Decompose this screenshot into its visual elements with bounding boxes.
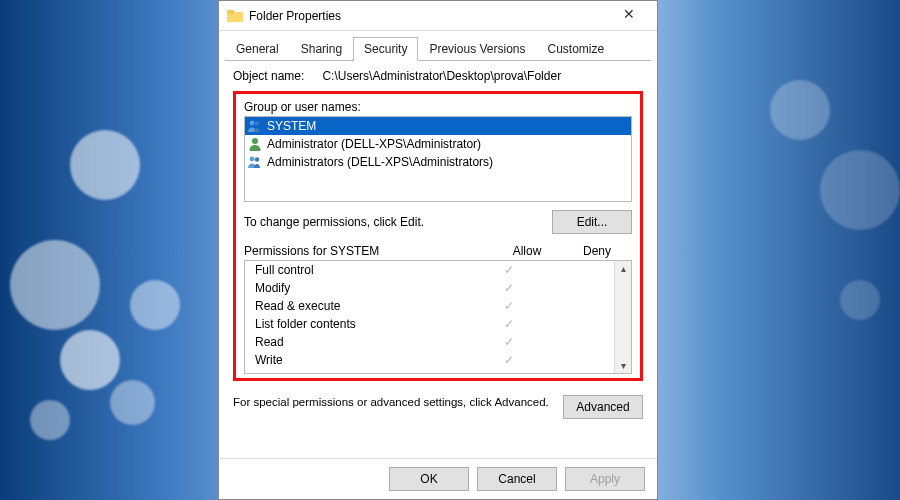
allow-check-icon: ✓: [474, 281, 544, 295]
scrollbar[interactable]: ▴ ▾: [614, 261, 631, 373]
permission-row[interactable]: Modify✓: [245, 279, 614, 297]
group-list-item[interactable]: SYSTEM: [245, 117, 631, 135]
group-list-item[interactable]: Administrator (DELL-XPS\Administrator): [245, 135, 631, 153]
allow-check-icon: ✓: [474, 299, 544, 313]
svg-point-4: [255, 157, 259, 161]
scroll-up-icon[interactable]: ▴: [621, 261, 626, 276]
ok-button[interactable]: OK: [389, 467, 469, 491]
object-name-row: Object name: C:\Users\Administrator\Desk…: [233, 69, 643, 83]
permission-row[interactable]: Full control✓: [245, 261, 614, 279]
deny-header: Deny: [562, 244, 632, 258]
permission-row[interactable]: Read & execute✓: [245, 297, 614, 315]
advanced-button[interactable]: Advanced: [563, 395, 643, 419]
apply-button[interactable]: Apply: [565, 467, 645, 491]
properties-dialog: Folder Properties ✕ General Sharing Secu…: [218, 0, 658, 500]
allow-check-icon: ✓: [474, 335, 544, 349]
edit-hint: To change permissions, click Edit.: [244, 215, 424, 229]
svg-point-0: [250, 121, 255, 126]
object-name-value: C:\Users\Administrator\Desktop\prova\Fol…: [322, 69, 561, 83]
allow-header: Allow: [492, 244, 562, 258]
cancel-button[interactable]: Cancel: [477, 467, 557, 491]
group-list-item-label: Administrator (DELL-XPS\Administrator): [267, 137, 481, 151]
permissions-listbox[interactable]: Full control✓Modify✓Read & execute✓List …: [244, 260, 632, 374]
groups-listbox[interactable]: SYSTEMAdministrator (DELL-XPS\Administra…: [244, 116, 632, 202]
groups-label: Group or user names:: [244, 100, 632, 114]
permission-name: Read & execute: [245, 299, 474, 313]
tab-security[interactable]: Security: [353, 37, 418, 61]
group-list-item-label: SYSTEM: [267, 119, 316, 133]
user-icon: [247, 136, 263, 152]
allow-check-icon: ✓: [474, 353, 544, 367]
titlebar[interactable]: Folder Properties ✕: [219, 1, 657, 31]
group-icon: [247, 154, 263, 170]
permission-name: Write: [245, 353, 474, 367]
tab-customize[interactable]: Customize: [536, 37, 615, 61]
permission-name: Read: [245, 335, 474, 349]
advanced-row: For special permissions or advanced sett…: [233, 395, 643, 419]
permission-row[interactable]: Write✓: [245, 351, 614, 369]
dialog-footer: OK Cancel Apply: [219, 458, 657, 499]
folder-icon: [227, 10, 243, 22]
permission-name: Modify: [245, 281, 474, 295]
tab-previous-versions[interactable]: Previous Versions: [418, 37, 536, 61]
allow-check-icon: ✓: [474, 263, 544, 277]
edit-button[interactable]: Edit...: [552, 210, 632, 234]
svg-point-1: [255, 121, 259, 125]
tab-strip: General Sharing Security Previous Versio…: [219, 31, 657, 61]
allow-check-icon: ✓: [474, 317, 544, 331]
tab-body: Object name: C:\Users\Administrator\Desk…: [219, 61, 657, 458]
highlight-box: Group or user names: SYSTEMAdministrator…: [233, 91, 643, 381]
group-list-item[interactable]: Administrators (DELL-XPS\Administrators): [245, 153, 631, 171]
permission-name: Full control: [245, 263, 474, 277]
tab-general[interactable]: General: [225, 37, 290, 61]
svg-point-3: [250, 157, 255, 162]
object-name-label: Object name:: [233, 69, 304, 83]
close-button[interactable]: ✕: [609, 2, 649, 30]
permission-row[interactable]: Read✓: [245, 333, 614, 351]
scroll-down-icon[interactable]: ▾: [621, 358, 626, 373]
group-icon: [247, 118, 263, 134]
tab-sharing[interactable]: Sharing: [290, 37, 353, 61]
permission-name: List folder contents: [245, 317, 474, 331]
permissions-for-label: Permissions for SYSTEM: [244, 244, 492, 258]
svg-point-2: [252, 138, 258, 144]
permissions-header: Permissions for SYSTEM Allow Deny: [244, 244, 632, 258]
window-title: Folder Properties: [249, 9, 609, 23]
group-list-item-label: Administrators (DELL-XPS\Administrators): [267, 155, 493, 169]
advanced-hint: For special permissions or advanced sett…: [233, 395, 553, 410]
permission-row[interactable]: List folder contents✓: [245, 315, 614, 333]
